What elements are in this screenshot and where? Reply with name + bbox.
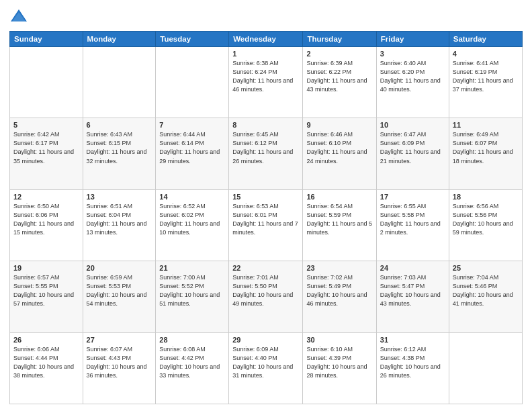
day-number: 4: [453, 50, 519, 58]
weekday-header: Saturday: [449, 32, 522, 47]
calendar-cell: 21Sunrise: 7:00 AM Sunset: 5:52 PM Dayli…: [156, 261, 229, 332]
day-number: 27: [87, 336, 152, 344]
day-info: Sunrise: 7:00 AM Sunset: 5:52 PM Dayligh…: [159, 273, 225, 308]
day-number: 3: [380, 50, 445, 58]
day-info: Sunrise: 6:07 AM Sunset: 4:43 PM Dayligh…: [87, 345, 152, 380]
day-info: Sunrise: 6:44 AM Sunset: 6:14 PM Dayligh…: [159, 130, 225, 165]
calendar-cell: 13Sunrise: 6:51 AM Sunset: 6:04 PM Dayli…: [83, 189, 156, 261]
calendar-cell: 20Sunrise: 6:59 AM Sunset: 5:53 PM Dayli…: [83, 261, 156, 332]
calendar-cell: 14Sunrise: 6:52 AM Sunset: 6:02 PM Dayli…: [156, 189, 229, 261]
calendar-cell: 15Sunrise: 6:53 AM Sunset: 6:01 PM Dayli…: [229, 189, 303, 261]
day-number: 8: [232, 121, 299, 129]
day-number: 9: [306, 121, 372, 129]
day-info: Sunrise: 6:08 AM Sunset: 4:42 PM Dayligh…: [159, 345, 225, 380]
calendar-header-row: SundayMondayTuesdayWednesdayThursdayFrid…: [10, 32, 523, 47]
calendar-cell: 26Sunrise: 6:06 AM Sunset: 4:44 PM Dayli…: [10, 332, 83, 404]
calendar-week-row: 1Sunrise: 6:38 AM Sunset: 6:24 PM Daylig…: [10, 47, 523, 118]
day-info: Sunrise: 6:09 AM Sunset: 4:40 PM Dayligh…: [232, 345, 299, 380]
page: SundayMondayTuesdayWednesdayThursdayFrid…: [0, 0, 532, 411]
day-info: Sunrise: 6:39 AM Sunset: 6:22 PM Dayligh…: [306, 59, 372, 94]
day-number: 11: [453, 121, 519, 129]
day-number: 5: [13, 121, 79, 129]
day-number: 18: [453, 193, 519, 201]
calendar-cell: 9Sunrise: 6:46 AM Sunset: 6:10 PM Daylig…: [303, 118, 376, 189]
day-info: Sunrise: 7:02 AM Sunset: 5:49 PM Dayligh…: [306, 273, 372, 308]
day-number: 1: [232, 50, 299, 58]
day-number: 20: [87, 264, 152, 272]
day-number: 7: [159, 121, 225, 129]
calendar-cell: 30Sunrise: 6:10 AM Sunset: 4:39 PM Dayli…: [303, 332, 376, 404]
day-info: Sunrise: 6:47 AM Sunset: 6:09 PM Dayligh…: [380, 130, 445, 165]
day-number: 12: [13, 193, 79, 201]
day-info: Sunrise: 7:01 AM Sunset: 5:50 PM Dayligh…: [232, 273, 299, 308]
day-info: Sunrise: 6:38 AM Sunset: 6:24 PM Dayligh…: [232, 59, 299, 94]
day-number: 2: [306, 50, 372, 58]
calendar-cell: 27Sunrise: 6:07 AM Sunset: 4:43 PM Dayli…: [83, 332, 156, 404]
calendar-cell: 29Sunrise: 6:09 AM Sunset: 4:40 PM Dayli…: [229, 332, 303, 404]
day-number: 10: [380, 121, 445, 129]
day-number: 22: [232, 264, 299, 272]
day-number: 25: [453, 264, 519, 272]
day-info: Sunrise: 6:43 AM Sunset: 6:15 PM Dayligh…: [87, 130, 152, 165]
day-number: 26: [13, 336, 79, 344]
calendar-cell: 1Sunrise: 6:38 AM Sunset: 6:24 PM Daylig…: [229, 47, 303, 118]
day-info: Sunrise: 6:53 AM Sunset: 6:01 PM Dayligh…: [232, 202, 299, 237]
day-info: Sunrise: 6:45 AM Sunset: 6:12 PM Dayligh…: [232, 130, 299, 165]
day-number: 29: [232, 336, 299, 344]
day-number: 21: [159, 264, 225, 272]
calendar-cell: 24Sunrise: 7:03 AM Sunset: 5:47 PM Dayli…: [376, 261, 449, 332]
calendar-cell: 31Sunrise: 6:12 AM Sunset: 4:38 PM Dayli…: [376, 332, 449, 404]
day-info: Sunrise: 7:04 AM Sunset: 5:46 PM Dayligh…: [453, 273, 519, 308]
calendar-cell: 16Sunrise: 6:54 AM Sunset: 5:59 PM Dayli…: [303, 189, 376, 261]
calendar-cell: 7Sunrise: 6:44 AM Sunset: 6:14 PM Daylig…: [156, 118, 229, 189]
day-info: Sunrise: 6:49 AM Sunset: 6:07 PM Dayligh…: [453, 130, 519, 165]
calendar-cell: 28Sunrise: 6:08 AM Sunset: 4:42 PM Dayli…: [156, 332, 229, 404]
calendar-cell: 6Sunrise: 6:43 AM Sunset: 6:15 PM Daylig…: [83, 118, 156, 189]
calendar-cell: 8Sunrise: 6:45 AM Sunset: 6:12 PM Daylig…: [229, 118, 303, 189]
calendar-cell: 18Sunrise: 6:56 AM Sunset: 5:56 PM Dayli…: [449, 189, 522, 261]
weekday-header: Tuesday: [156, 32, 229, 47]
calendar-cell: 23Sunrise: 7:02 AM Sunset: 5:49 PM Dayli…: [303, 261, 376, 332]
calendar-cell: 11Sunrise: 6:49 AM Sunset: 6:07 PM Dayli…: [449, 118, 522, 189]
day-number: 15: [232, 193, 299, 201]
day-info: Sunrise: 6:52 AM Sunset: 6:02 PM Dayligh…: [159, 202, 225, 237]
calendar-cell: 22Sunrise: 7:01 AM Sunset: 5:50 PM Dayli…: [229, 261, 303, 332]
day-info: Sunrise: 6:12 AM Sunset: 4:38 PM Dayligh…: [380, 345, 445, 380]
logo-icon: [9, 7, 28, 26]
calendar-cell: 12Sunrise: 6:50 AM Sunset: 6:06 PM Dayli…: [10, 189, 83, 261]
weekday-header: Wednesday: [229, 32, 303, 47]
day-info: Sunrise: 6:55 AM Sunset: 5:58 PM Dayligh…: [380, 202, 445, 237]
calendar-cell: 17Sunrise: 6:55 AM Sunset: 5:58 PM Dayli…: [376, 189, 449, 261]
day-number: 16: [306, 193, 372, 201]
weekday-header: Thursday: [303, 32, 376, 47]
header: [9, 7, 523, 26]
calendar-cell: 4Sunrise: 6:41 AM Sunset: 6:19 PM Daylig…: [449, 47, 522, 118]
day-info: Sunrise: 6:10 AM Sunset: 4:39 PM Dayligh…: [306, 345, 372, 380]
calendar-week-row: 12Sunrise: 6:50 AM Sunset: 6:06 PM Dayli…: [10, 189, 523, 261]
weekday-header: Friday: [376, 32, 449, 47]
day-number: 14: [159, 193, 225, 201]
day-info: Sunrise: 6:46 AM Sunset: 6:10 PM Dayligh…: [306, 130, 372, 165]
calendar-cell: [10, 47, 83, 118]
calendar-cell: 3Sunrise: 6:40 AM Sunset: 6:20 PM Daylig…: [376, 47, 449, 118]
day-number: 24: [380, 264, 445, 272]
day-info: Sunrise: 6:42 AM Sunset: 6:17 PM Dayligh…: [13, 130, 79, 165]
day-info: Sunrise: 6:41 AM Sunset: 6:19 PM Dayligh…: [453, 59, 519, 94]
day-number: 13: [87, 193, 152, 201]
logo: [9, 7, 31, 26]
day-info: Sunrise: 6:59 AM Sunset: 5:53 PM Dayligh…: [87, 273, 152, 308]
day-info: Sunrise: 6:57 AM Sunset: 5:55 PM Dayligh…: [13, 273, 79, 308]
calendar-week-row: 5Sunrise: 6:42 AM Sunset: 6:17 PM Daylig…: [10, 118, 523, 189]
calendar-table: SundayMondayTuesdayWednesdayThursdayFrid…: [9, 31, 523, 404]
day-info: Sunrise: 6:40 AM Sunset: 6:20 PM Dayligh…: [380, 59, 445, 94]
calendar-cell: [83, 47, 156, 118]
day-info: Sunrise: 7:03 AM Sunset: 5:47 PM Dayligh…: [380, 273, 445, 308]
calendar-cell: 25Sunrise: 7:04 AM Sunset: 5:46 PM Dayli…: [449, 261, 522, 332]
day-info: Sunrise: 6:06 AM Sunset: 4:44 PM Dayligh…: [13, 345, 79, 380]
calendar-cell: 2Sunrise: 6:39 AM Sunset: 6:22 PM Daylig…: [303, 47, 376, 118]
calendar-week-row: 26Sunrise: 6:06 AM Sunset: 4:44 PM Dayli…: [10, 332, 523, 404]
day-info: Sunrise: 6:51 AM Sunset: 6:04 PM Dayligh…: [87, 202, 152, 237]
day-number: 30: [306, 336, 372, 344]
day-number: 19: [13, 264, 79, 272]
day-number: 31: [380, 336, 445, 344]
